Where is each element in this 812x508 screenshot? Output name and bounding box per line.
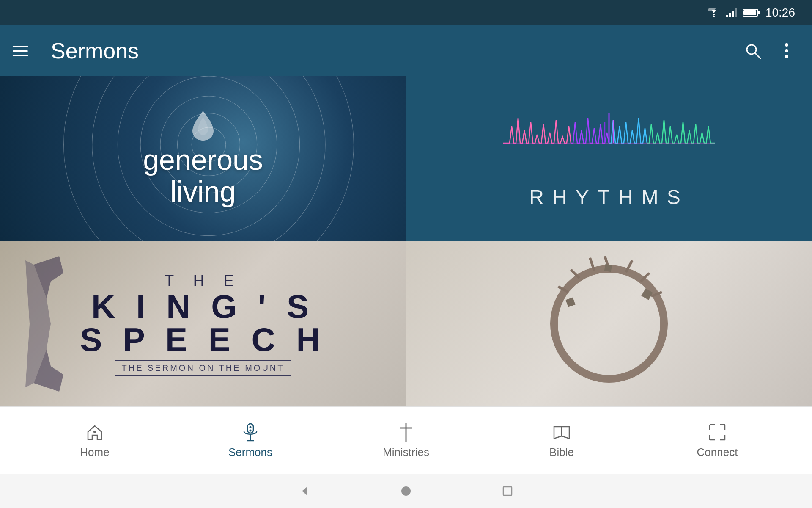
sermon-card-generous-living[interactable]: generousliving bbox=[0, 76, 406, 241]
svg-point-24 bbox=[554, 269, 664, 379]
svg-marker-52 bbox=[302, 487, 307, 495]
menu-button[interactable] bbox=[13, 38, 38, 64]
connect-icon bbox=[707, 422, 727, 442]
generous-living-title: generousliving bbox=[143, 144, 263, 207]
rhythms-content: RHYTHMS bbox=[503, 109, 715, 209]
more-options-button[interactable] bbox=[774, 38, 799, 64]
sermons-icon bbox=[240, 422, 261, 442]
svg-point-0 bbox=[713, 16, 715, 17]
nav-label-bible: Bible bbox=[549, 446, 574, 459]
church-logo bbox=[190, 109, 216, 143]
svg-rect-33 bbox=[565, 297, 575, 307]
bottom-nav: Home Sermons Ministries bbox=[0, 406, 812, 474]
sermon-card-kings-speech[interactable]: T H E K I N G ' S S P E E C H THE SERMON… bbox=[0, 241, 406, 406]
svg-rect-2 bbox=[729, 13, 731, 17]
recents-icon bbox=[502, 486, 513, 496]
more-vert-icon bbox=[784, 41, 789, 60]
home-icon bbox=[85, 422, 105, 442]
nav-label-connect: Connect bbox=[697, 446, 738, 459]
rhythms-waveform bbox=[503, 109, 715, 177]
bible-icon bbox=[551, 422, 572, 442]
svg-point-12 bbox=[785, 55, 788, 58]
kings-text-overlay: T H E K I N G ' S S P E E C H THE SERMON… bbox=[0, 241, 406, 406]
svg-point-11 bbox=[785, 49, 788, 52]
kings-subtitle-text: THE SERMON ON THE MOUNT bbox=[115, 360, 292, 376]
app-title: Sermons bbox=[51, 38, 740, 64]
svg-rect-4 bbox=[735, 8, 737, 17]
home-system-icon bbox=[400, 485, 412, 497]
kings-main-text: K I N G ' S S P E E C H bbox=[80, 290, 326, 356]
battery-icon bbox=[743, 8, 760, 17]
svg-rect-3 bbox=[732, 11, 734, 17]
svg-rect-6 bbox=[758, 11, 760, 14]
crown-thorns-decoration bbox=[524, 241, 694, 406]
nav-item-home[interactable]: Home bbox=[52, 422, 137, 459]
nav-label-sermons: Sermons bbox=[228, 446, 272, 459]
svg-rect-1 bbox=[726, 15, 728, 17]
svg-line-9 bbox=[755, 53, 760, 58]
nav-item-connect[interactable]: Connect bbox=[675, 422, 760, 459]
nav-item-sermons[interactable]: Sermons bbox=[208, 422, 293, 459]
ministries-icon bbox=[396, 422, 416, 442]
signal-icon bbox=[726, 8, 738, 17]
sermon-card-rhythms[interactable]: RHYTHMS bbox=[406, 76, 812, 241]
kings-title-block: T H E K I N G ' S S P E E C H THE SERMON… bbox=[80, 272, 326, 376]
content-grid: generousliving RHYTHMS bbox=[0, 76, 812, 406]
sermon-card-crown[interactable] bbox=[406, 241, 812, 406]
svg-rect-7 bbox=[743, 10, 756, 15]
time-display: 10:26 bbox=[765, 6, 795, 19]
svg-rect-34 bbox=[604, 264, 612, 272]
svg-point-39 bbox=[250, 426, 252, 428]
status-icons: 10:26 bbox=[707, 6, 795, 19]
nav-label-ministries: Ministries bbox=[383, 446, 429, 459]
app-bar: Sermons bbox=[0, 25, 812, 76]
system-nav bbox=[0, 474, 812, 508]
status-bar: 10:26 bbox=[0, 0, 812, 25]
svg-point-40 bbox=[250, 430, 252, 432]
search-icon bbox=[743, 41, 762, 60]
rhythms-title: RHYTHMS bbox=[503, 185, 715, 209]
back-icon bbox=[299, 485, 310, 497]
app-bar-actions bbox=[740, 38, 799, 64]
generous-living-text: generousliving bbox=[0, 144, 406, 207]
svg-point-53 bbox=[401, 486, 411, 496]
nav-label-home: Home bbox=[80, 446, 109, 459]
svg-rect-36 bbox=[247, 424, 253, 433]
search-button[interactable] bbox=[740, 38, 765, 64]
recents-button[interactable] bbox=[499, 483, 516, 500]
svg-point-35 bbox=[93, 431, 96, 433]
nav-item-bible[interactable]: Bible bbox=[519, 422, 604, 459]
svg-rect-54 bbox=[503, 487, 512, 495]
wifi-icon bbox=[707, 8, 721, 17]
home-system-button[interactable] bbox=[398, 483, 414, 500]
svg-point-10 bbox=[785, 43, 788, 47]
back-button[interactable] bbox=[296, 483, 313, 500]
nav-item-ministries[interactable]: Ministries bbox=[364, 422, 448, 459]
kings-the-text: T H E bbox=[80, 272, 326, 290]
